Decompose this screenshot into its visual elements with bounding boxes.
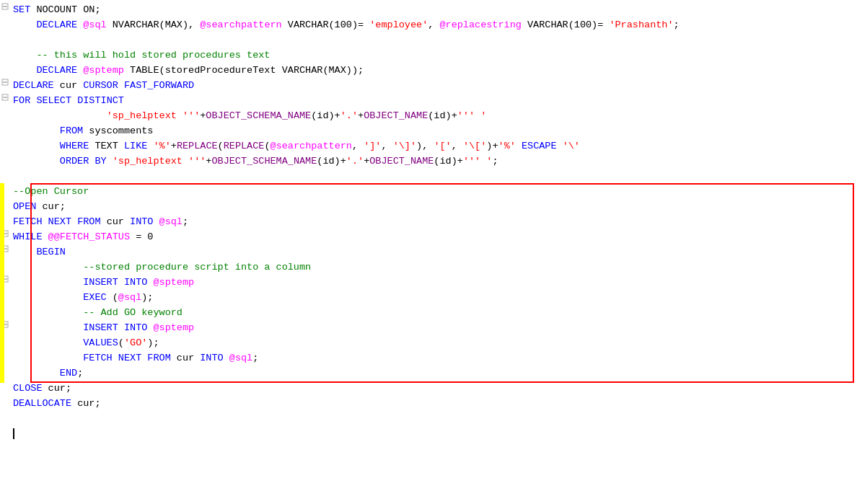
code-line-18: --stored procedure script into a column bbox=[10, 260, 857, 275]
code-line-13: --Open Cursor bbox=[10, 185, 857, 200]
line-24: FETCH NEXT FROM cur INTO @sql; bbox=[0, 351, 857, 366]
line-12 bbox=[0, 169, 857, 185]
line-3 bbox=[0, 33, 857, 48]
line-22: INSERT INTO @sptemp bbox=[0, 321, 857, 336]
line-20: EXEC (@sql); bbox=[0, 291, 857, 306]
line-19: INSERT INTO @sptemp bbox=[0, 275, 857, 291]
code-line-4: -- this will hold stored procedures text bbox=[10, 48, 857, 63]
code-line-15: FETCH NEXT FROM cur INTO @sql; bbox=[10, 215, 857, 230]
yellow-indicator bbox=[0, 183, 4, 383]
code-line-25: END; bbox=[10, 366, 857, 381]
code-line-10: WHERE TEXT LIKE '%'+REPLACE(REPLACE(@sea… bbox=[10, 139, 857, 154]
line-29 bbox=[0, 427, 857, 442]
line-23: VALUES('GO'); bbox=[0, 336, 857, 351]
line-21: -- Add GO keyword bbox=[0, 306, 857, 321]
line-11: ORDER BY 'sp_helptext '''+OBJECT_SCHEMA_… bbox=[0, 154, 857, 169]
line-14: OPEN cur; bbox=[0, 200, 857, 215]
line-13: --Open Cursor bbox=[0, 185, 857, 200]
line-4: -- this will hold stored procedures text bbox=[0, 48, 857, 63]
line-10: WHERE TEXT LIKE '%'+REPLACE(REPLACE(@sea… bbox=[0, 139, 857, 154]
code-line-14: OPEN cur; bbox=[10, 200, 857, 215]
code-line-27: DEALLOCATE cur; bbox=[10, 397, 857, 412]
line-26: CLOSE cur; bbox=[0, 381, 857, 397]
code-line-16: WHILE @@FETCH_STATUS = 0 bbox=[10, 230, 857, 245]
code-editor: SET NOCOUNT ON; DECLARE @sql NVARCHAR(MA… bbox=[0, 0, 857, 504]
line-17: BEGIN bbox=[0, 245, 857, 260]
code-line-21: -- Add GO keyword bbox=[10, 306, 857, 321]
line-25: END; bbox=[0, 366, 857, 381]
fold-icon-6[interactable] bbox=[0, 79, 10, 86]
line-1: SET NOCOUNT ON; bbox=[0, 3, 857, 18]
line-2: DECLARE @sql NVARCHAR(MAX), @searchpatte… bbox=[0, 18, 857, 33]
line-16: WHILE @@FETCH_STATUS = 0 bbox=[0, 230, 857, 245]
code-line-11: ORDER BY 'sp_helptext '''+OBJECT_SCHEMA_… bbox=[10, 154, 857, 169]
code-line-6: DECLARE cur CURSOR FAST_FORWARD bbox=[10, 79, 857, 94]
code-line-5: DECLARE @sptemp TABLE(storedProcedureTex… bbox=[10, 63, 857, 79]
line-18: --stored procedure script into a column bbox=[0, 260, 857, 275]
line-7: FOR SELECT DISTINCT bbox=[0, 94, 857, 109]
code-line-9: FROM syscomments bbox=[10, 124, 857, 139]
code-line-8: 'sp_helptext '''+OBJECT_SCHEMA_NAME(id)+… bbox=[10, 109, 857, 124]
code-line-22: INSERT INTO @sptemp bbox=[10, 321, 857, 336]
line-5: DECLARE @sptemp TABLE(storedProcedureTex… bbox=[0, 63, 857, 79]
line-27: DEALLOCATE cur; bbox=[0, 397, 857, 412]
line-15: FETCH NEXT FROM cur INTO @sql; bbox=[0, 215, 857, 230]
fold-icon-7[interactable] bbox=[0, 94, 10, 101]
line-9: FROM syscomments bbox=[0, 124, 857, 139]
code-line-2: DECLARE @sql NVARCHAR(MAX), @searchpatte… bbox=[10, 18, 857, 33]
code-line-7: FOR SELECT DISTINCT bbox=[10, 94, 857, 109]
fold-icon-1[interactable] bbox=[0, 3, 10, 10]
code-line-29 bbox=[10, 427, 857, 442]
code-line-26: CLOSE cur; bbox=[10, 381, 857, 397]
code-line-23: VALUES('GO'); bbox=[10, 336, 857, 351]
code-line-20: EXEC (@sql); bbox=[10, 291, 857, 306]
code-line-17: BEGIN bbox=[10, 245, 857, 260]
code-line-1: SET NOCOUNT ON; bbox=[10, 3, 857, 18]
line-28 bbox=[0, 412, 857, 427]
line-6: DECLARE cur CURSOR FAST_FORWARD bbox=[0, 79, 857, 94]
code-line-19: INSERT INTO @sptemp bbox=[10, 275, 857, 291]
code-line-24: FETCH NEXT FROM cur INTO @sql; bbox=[10, 351, 857, 366]
line-8: 'sp_helptext '''+OBJECT_SCHEMA_NAME(id)+… bbox=[0, 109, 857, 124]
